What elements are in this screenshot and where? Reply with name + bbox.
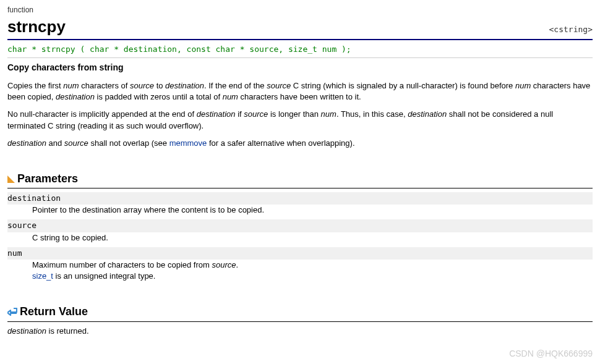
memmove-link[interactable]: memmove [169, 138, 207, 148]
text: characters have been written to it. [238, 92, 361, 101]
text: characters of [79, 81, 130, 90]
section-title: Return Value [20, 304, 88, 320]
page-title: strncpy [7, 15, 66, 38]
function-signature: char * strncpy ( char * destination, con… [7, 43, 593, 58]
param-ref: source [64, 138, 88, 148]
brief-description: Copy characters from string [7, 62, 593, 74]
return-value-section: Return Value destination is returned. [7, 304, 593, 336]
section-heading-row: Parameters [7, 171, 593, 188]
param-term: source [7, 219, 593, 232]
text: if [236, 109, 244, 119]
param-ref: destination [56, 92, 95, 101]
header-row: strncpy <cstring> [7, 15, 593, 40]
return-arrow-icon [7, 308, 17, 316]
text: Copies the first [7, 81, 63, 90]
section-heading-row: Return Value [7, 304, 593, 321]
text: . [236, 260, 238, 269]
parameters-section: Parameters destination Pointer to the de… [7, 171, 593, 282]
section-title: Parameters [17, 171, 78, 187]
text: . If the end of the [204, 81, 267, 90]
param-definition: Pointer to the destination array where t… [32, 205, 593, 216]
param-ref: num [223, 92, 238, 101]
text: No null-character is implicitly appended… [7, 109, 197, 119]
return-description: destination is returned. [7, 326, 593, 337]
param-term: num [7, 247, 593, 260]
description-paragraph-1: Copies the first num characters of sourc… [7, 80, 593, 103]
text: . Thus, in this case, [336, 109, 408, 119]
param-ref: destination [197, 109, 236, 119]
text: is returned. [46, 326, 89, 336]
param-definition: C string to be copied. [32, 232, 593, 243]
parameter-list: destination Pointer to the destination a… [7, 192, 593, 282]
param-ref: destination [408, 109, 447, 119]
text: is an unsigned integral type. [53, 271, 156, 281]
param-ref: source [244, 109, 268, 119]
text: Maximum number of characters to be copie… [32, 260, 212, 269]
param-ref: destination [7, 138, 46, 148]
text: is longer than [268, 109, 320, 119]
text: shall not overlap (see [88, 138, 169, 148]
param-ref: source [267, 81, 291, 90]
text: for a safer alternative when overlapping… [207, 138, 354, 148]
triangle-icon [7, 176, 15, 183]
text: is padded with zeros until a total of [95, 92, 223, 101]
header-include: <cstring> [549, 24, 593, 38]
param-ref: destination [165, 81, 204, 90]
text: and [46, 138, 64, 148]
text: C string (which is signaled by a null-ch… [291, 81, 515, 90]
category-label: function [7, 5, 593, 15]
text: to [154, 81, 165, 90]
param-ref: source [212, 260, 236, 269]
description-paragraph-3: destination and source shall not overlap… [7, 138, 593, 149]
param-ref: num [321, 109, 336, 119]
param-ref: source [130, 81, 154, 90]
param-ref: num [63, 81, 79, 90]
param-ref: destination [7, 326, 46, 336]
param-ref: num [515, 81, 531, 90]
description-paragraph-2: No null-character is implicitly appended… [7, 109, 593, 131]
param-definition: Maximum number of characters to be copie… [32, 260, 593, 282]
size_t-link[interactable]: size_t [32, 271, 53, 281]
param-term: destination [7, 192, 593, 205]
